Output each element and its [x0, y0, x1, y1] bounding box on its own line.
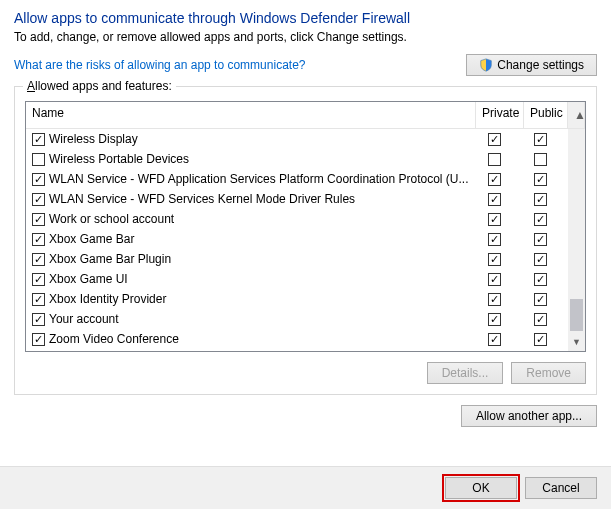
allowed-apps-group: AAllowed apps and features:llowed apps a…	[14, 86, 597, 395]
table-row[interactable]: WLAN Service - WFD Services Kernel Mode …	[26, 189, 585, 209]
app-name: Work or school account	[49, 212, 470, 226]
public-checkbox[interactable]	[534, 213, 547, 226]
table-row[interactable]: Your account	[26, 309, 585, 329]
public-checkbox[interactable]	[534, 313, 547, 326]
public-checkbox[interactable]	[534, 333, 547, 346]
table-row[interactable]: Wireless Display	[26, 129, 585, 149]
column-public[interactable]: Public	[524, 102, 568, 128]
private-checkbox[interactable]	[488, 213, 501, 226]
table-row[interactable]: Xbox Game UI	[26, 269, 585, 289]
scroll-up-arrow[interactable]: ▲	[568, 102, 585, 128]
public-checkbox[interactable]	[534, 173, 547, 186]
enable-checkbox[interactable]	[32, 273, 45, 286]
private-checkbox[interactable]	[488, 273, 501, 286]
enable-checkbox[interactable]	[32, 333, 45, 346]
column-private[interactable]: Private	[476, 102, 524, 128]
dialog-footer: OK Cancel	[0, 466, 611, 509]
public-checkbox[interactable]	[534, 233, 547, 246]
column-name[interactable]: Name	[26, 102, 476, 128]
vertical-scrollbar[interactable]: ▼	[568, 129, 585, 351]
private-checkbox[interactable]	[488, 133, 501, 146]
enable-checkbox[interactable]	[32, 193, 45, 206]
private-checkbox[interactable]	[488, 153, 501, 166]
table-row[interactable]: Xbox Identity Provider	[26, 289, 585, 309]
enable-checkbox[interactable]	[32, 133, 45, 146]
list-header: Name Private Public ▲	[26, 102, 585, 129]
table-row[interactable]: Zoom Video Conference	[26, 329, 585, 349]
group-label: AAllowed apps and features:llowed apps a…	[23, 79, 176, 93]
public-checkbox[interactable]	[534, 253, 547, 266]
shield-icon	[479, 58, 493, 72]
private-checkbox[interactable]	[488, 293, 501, 306]
public-checkbox[interactable]	[534, 293, 547, 306]
change-settings-label: Change settings	[497, 58, 584, 72]
public-checkbox[interactable]	[534, 193, 547, 206]
page-title: Allow apps to communicate through Window…	[14, 10, 597, 26]
app-name: Wireless Portable Devices	[49, 152, 470, 166]
ok-button[interactable]: OK	[445, 477, 517, 499]
page-subtitle: To add, change, or remove allowed apps a…	[14, 30, 597, 44]
table-row[interactable]: Xbox Game Bar	[26, 229, 585, 249]
table-row[interactable]: Xbox Game Bar Plugin	[26, 249, 585, 269]
app-name: Xbox Game Bar	[49, 232, 470, 246]
change-settings-button[interactable]: Change settings	[466, 54, 597, 76]
private-checkbox[interactable]	[488, 253, 501, 266]
remove-button[interactable]: Remove	[511, 362, 586, 384]
table-row[interactable]: Wireless Portable Devices	[26, 149, 585, 169]
app-name: Xbox Game Bar Plugin	[49, 252, 470, 266]
private-checkbox[interactable]	[488, 173, 501, 186]
details-button[interactable]: Details...	[427, 362, 504, 384]
allow-another-app-button[interactable]: Allow another app...	[461, 405, 597, 427]
app-name: Your account	[49, 312, 470, 326]
enable-checkbox[interactable]	[32, 233, 45, 246]
app-name: WLAN Service - WFD Services Kernel Mode …	[49, 192, 470, 206]
private-checkbox[interactable]	[488, 333, 501, 346]
enable-checkbox[interactable]	[32, 213, 45, 226]
apps-list[interactable]: Name Private Public ▲ Wireless DisplayWi…	[25, 101, 586, 352]
app-name: Zoom Video Conference	[49, 332, 470, 346]
private-checkbox[interactable]	[488, 193, 501, 206]
public-checkbox[interactable]	[534, 133, 547, 146]
private-checkbox[interactable]	[488, 313, 501, 326]
enable-checkbox[interactable]	[32, 253, 45, 266]
cancel-button[interactable]: Cancel	[525, 477, 597, 499]
enable-checkbox[interactable]	[32, 313, 45, 326]
enable-checkbox[interactable]	[32, 153, 45, 166]
public-checkbox[interactable]	[534, 153, 547, 166]
private-checkbox[interactable]	[488, 233, 501, 246]
app-name: Xbox Identity Provider	[49, 292, 470, 306]
enable-checkbox[interactable]	[32, 173, 45, 186]
risks-link[interactable]: What are the risks of allowing an app to…	[14, 58, 305, 72]
public-checkbox[interactable]	[534, 273, 547, 286]
table-row[interactable]: WLAN Service - WFD Application Services …	[26, 169, 585, 189]
scroll-down-arrow[interactable]: ▼	[568, 334, 585, 351]
scrollbar-thumb[interactable]	[570, 299, 583, 331]
app-name: WLAN Service - WFD Application Services …	[49, 172, 470, 186]
table-row[interactable]: Work or school account	[26, 209, 585, 229]
enable-checkbox[interactable]	[32, 293, 45, 306]
app-name: Xbox Game UI	[49, 272, 470, 286]
app-name: Wireless Display	[49, 132, 470, 146]
